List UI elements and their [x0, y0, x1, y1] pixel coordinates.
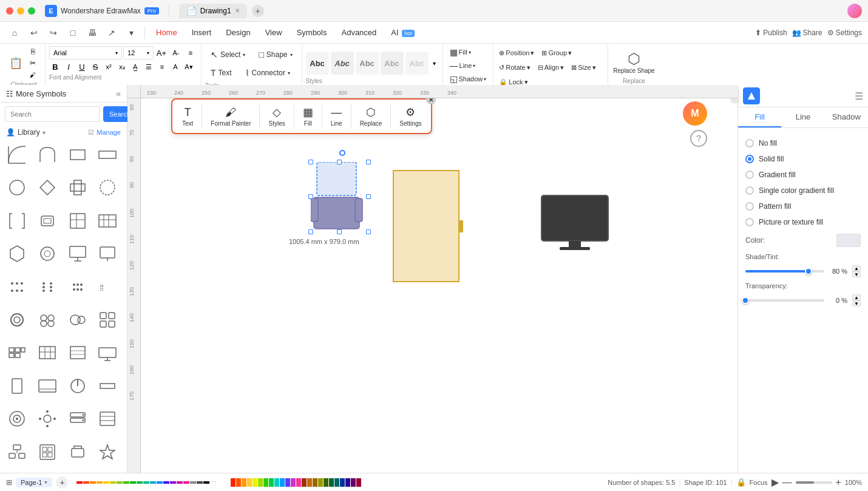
font-color-btn[interactable]: A▾ — [183, 61, 195, 73]
shape-hexagon[interactable] — [4, 240, 30, 267]
ft-line-btn[interactable]: — Line — [326, 104, 347, 129]
cp-12[interactable] — [291, 478, 296, 487]
shape-complex[interactable] — [34, 439, 61, 466]
style-abc-1[interactable]: Abc — [306, 52, 329, 75]
cp-8[interactable] — [269, 478, 274, 487]
shade-tint-down[interactable]: ▼ — [852, 271, 861, 277]
shape-3x2dots[interactable] — [4, 339, 30, 366]
cp-2[interactable] — [236, 478, 241, 487]
color-amber[interactable] — [97, 481, 103, 484]
shape-4rings[interactable] — [34, 306, 61, 333]
paste-btn[interactable]: 📋 — [7, 55, 24, 72]
user-avatar[interactable] — [847, 4, 862, 18]
color-purple[interactable] — [170, 481, 176, 484]
fill-btn[interactable]: ▦ Fill ▾ — [447, 46, 490, 58]
align-btn[interactable]: ≡ — [184, 46, 197, 59]
canvas-area[interactable]: 230 240 250 260 270 280 290 300 310 320 … — [127, 85, 737, 473]
cp-17[interactable] — [318, 478, 323, 487]
style-abc-2[interactable]: Abc — [331, 52, 354, 75]
superscript-btn[interactable]: x² — [103, 61, 115, 73]
color-swatch[interactable] — [836, 234, 861, 247]
handle-tr[interactable] — [366, 160, 371, 164]
cp-10[interactable] — [280, 478, 285, 487]
font-size-selector[interactable]: 12 ▾ — [123, 46, 154, 59]
selected-shape-group[interactable] — [311, 162, 368, 232]
copy-btn[interactable]: ⎘ — [25, 46, 40, 57]
decrease-font-btn[interactable]: A- — [169, 46, 183, 59]
text-tool-btn[interactable]: T Text — [205, 64, 237, 81]
rotate-btn[interactable]: ↺ Rotate ▾ — [496, 61, 533, 74]
export-btn[interactable]: ↗ — [103, 24, 120, 41]
more-btn[interactable]: ▾ — [123, 24, 140, 41]
cp-23[interactable] — [351, 478, 356, 487]
shape-rect[interactable] — [64, 141, 91, 168]
italic-btn[interactable]: I — [63, 61, 75, 73]
color-orange[interactable] — [90, 481, 96, 484]
rotate-handle[interactable] — [339, 150, 345, 156]
handle-bl[interactable] — [308, 229, 313, 234]
canvas-help-btn[interactable]: ? — [690, 130, 707, 147]
tab-close-btn[interactable]: ✕ — [235, 7, 240, 14]
transparency-thumb[interactable] — [742, 297, 749, 304]
cp-18[interactable] — [324, 478, 328, 487]
underline-btn[interactable]: U — [76, 61, 88, 73]
increase-font-btn[interactable]: A+ — [155, 46, 168, 59]
align-btn-ribbon[interactable]: ⊟ Align ▾ — [535, 61, 567, 74]
format-painter-btn[interactable]: 🖌 — [25, 69, 40, 80]
fill-option-picture[interactable]: Picture or texture fill — [745, 214, 861, 230]
search-input[interactable] — [5, 106, 100, 122]
styles-expand-btn[interactable]: ▾ — [430, 59, 439, 67]
maximize-window-btn[interactable] — [28, 7, 35, 15]
color-white[interactable] — [210, 481, 216, 484]
cp-14[interactable] — [302, 478, 307, 487]
menu-advanced[interactable]: Advanced — [335, 25, 382, 39]
shadow-btn[interactable]: ◱ Shadow ▾ — [447, 73, 490, 85]
shape-hex-grid[interactable] — [34, 240, 61, 267]
yellow-rect-shape[interactable] — [393, 170, 459, 282]
transparency-up[interactable]: ▲ — [852, 294, 861, 300]
fill-option-no-fill[interactable]: No fill — [745, 135, 861, 151]
shape-2rings[interactable] — [64, 306, 91, 333]
fill-option-solid[interactable]: Solid fill — [745, 151, 861, 167]
color-black[interactable] — [203, 481, 209, 484]
shape-rect-wide[interactable] — [94, 141, 121, 168]
shape-bracket2[interactable] — [34, 208, 61, 234]
shape-power-btn[interactable] — [64, 373, 91, 399]
menu-design[interactable]: Design — [220, 25, 256, 39]
close-window-btn[interactable] — [6, 7, 13, 15]
sidebar-collapse-btn[interactable]: « — [116, 89, 121, 98]
color-magenta[interactable] — [177, 481, 183, 484]
shape-3x3grid[interactable] — [34, 339, 61, 366]
menu-home[interactable]: Home — [150, 25, 183, 39]
menu-symbols[interactable]: Symbols — [291, 25, 333, 39]
cp-15[interactable] — [307, 478, 312, 487]
ft-text-btn[interactable]: T Text — [177, 104, 198, 129]
monitor-shape[interactable] — [538, 192, 611, 255]
shape-unknown[interactable] — [64, 439, 91, 466]
style-abc-5[interactable]: Abc — [405, 52, 429, 75]
fill-option-pattern[interactable]: Pattern fill — [745, 198, 861, 214]
page-tab[interactable]: Page-1 ▾ — [16, 478, 52, 487]
shape-monitor-flat[interactable] — [94, 339, 121, 366]
redo-btn[interactable]: ↪ — [45, 24, 62, 41]
menu-insert[interactable]: Insert — [186, 25, 218, 39]
select-tool-btn[interactable]: ↖ Select ▾ — [205, 46, 251, 63]
cp-5[interactable] — [253, 478, 257, 487]
cp-3[interactable] — [242, 478, 246, 487]
shape-rect-tall[interactable] — [4, 373, 30, 399]
shape-dotted[interactable] — [64, 339, 91, 366]
strikethrough-btn[interactable]: S — [89, 61, 101, 73]
color-teal2[interactable] — [143, 481, 149, 484]
shape-dotgrid[interactable] — [94, 306, 121, 333]
menu-view[interactable]: View — [259, 25, 288, 39]
shape-gear[interactable] — [34, 405, 61, 432]
layers-btn[interactable]: ⊞ — [6, 478, 12, 487]
manage-btn[interactable]: Manage — [97, 129, 121, 136]
menu-ai[interactable]: AI hot — [385, 25, 420, 39]
font-selector[interactable]: Arial ▾ — [49, 46, 122, 59]
shade-tint-up[interactable]: ▲ — [852, 265, 861, 271]
color-red2[interactable] — [83, 481, 89, 484]
cp-11[interactable] — [285, 478, 290, 487]
cp-13[interactable] — [296, 478, 301, 487]
color-pink[interactable] — [183, 481, 189, 484]
